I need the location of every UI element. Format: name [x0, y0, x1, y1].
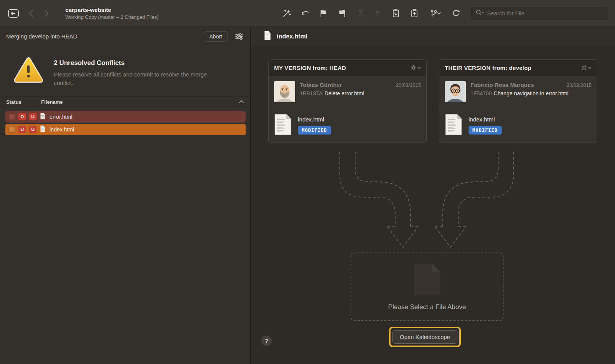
column-divider	[37, 100, 37, 105]
conflict-notice: 2 Unresolved Conflicts Please resolve al…	[0, 46, 250, 96]
clipboard-export-icon[interactable]	[409, 8, 420, 19]
person-icon[interactable]	[356, 8, 366, 19]
magic-wand-icon[interactable]	[281, 8, 292, 19]
app-window: carparts-website Working Copy (master – …	[0, 0, 615, 364]
commit-message: Delete error.html	[324, 90, 364, 96]
arrow-up-icon[interactable]	[374, 8, 382, 19]
conflict-count-title: 2 Unresolved Conflicts	[54, 59, 223, 67]
row-checkbox[interactable]	[8, 113, 15, 120]
their-commit-row[interactable]: Fabricio Rosa Marques 20/02/2015 1F54700…	[439, 76, 597, 108]
commit-date: 20/02/2015	[396, 82, 421, 88]
ghost-file-icon	[413, 263, 441, 298]
file-search-field[interactable]	[471, 7, 608, 20]
commit-author: Fabricio Rosa Marques	[470, 81, 567, 88]
refresh-icon[interactable]	[450, 8, 461, 19]
status-badge-unmerged: U	[29, 113, 37, 120]
their-version-card: THEIR VERSION from: develop	[439, 59, 597, 143]
commit-author: Tobias Günther	[300, 81, 396, 88]
commit-date: 20/02/2015	[567, 82, 592, 88]
file-thumbnail-icon	[274, 113, 292, 137]
stash-apply-icon[interactable]	[337, 8, 347, 19]
column-status[interactable]: Status	[6, 99, 37, 105]
file-list: D U error.html U U index.html	[0, 108, 250, 136]
version-filename: index.html	[469, 116, 502, 123]
commit-hash: 1F54700	[470, 90, 492, 96]
forward-chevron-icon[interactable]	[42, 8, 51, 19]
file-icon	[40, 125, 45, 134]
their-version-header: THEIR VERSION from: develop	[439, 60, 597, 76]
row-checkbox[interactable]	[8, 126, 15, 133]
repo-name: carparts-website	[65, 7, 159, 13]
their-file-block[interactable]: index.html MODIFIED	[439, 108, 597, 143]
working-copy-icon[interactable]	[7, 8, 20, 19]
commit-message: Change navigation in error.html	[494, 90, 568, 96]
help-button[interactable]: ?	[261, 336, 272, 346]
search-input[interactable]	[487, 10, 604, 17]
file-icon	[40, 113, 45, 121]
open-kaleidoscope-button[interactable]: Open Kaleidoscope	[392, 330, 457, 344]
merge-result-dropzone[interactable]: Please Select a File Above	[351, 253, 504, 321]
my-version-title: MY VERSION from: HEAD	[274, 65, 346, 71]
back-chevron-icon[interactable]	[27, 8, 35, 19]
my-version-header: MY VERSION from: HEAD	[269, 60, 426, 76]
avatar	[445, 81, 466, 102]
dropzone-label: Please Select a File Above	[388, 303, 466, 311]
repo-title-block: carparts-website Working Copy (master – …	[65, 7, 159, 20]
filter-sliders-icon[interactable]	[234, 32, 244, 41]
undo-arrow-icon[interactable]	[300, 8, 311, 19]
file-row-name: index.html	[50, 126, 74, 133]
gear-menu-icon[interactable]	[411, 65, 421, 71]
file-icon	[264, 31, 271, 42]
file-table-header: Status Filename	[0, 96, 250, 108]
status-badge-unmerged: U	[29, 126, 37, 133]
my-version-card: MY VERSION from: HEAD	[268, 59, 427, 143]
warning-triangle-icon	[14, 57, 43, 87]
clipboard-import-icon[interactable]	[391, 8, 401, 19]
avatar	[274, 81, 295, 102]
status-badge-unmerged: U	[18, 126, 26, 133]
my-commit-row[interactable]: Tobias Günther 20/02/2015 1BB137ADelete …	[269, 76, 426, 108]
merge-panel: Merging develop into HEAD Abort	[0, 27, 251, 364]
file-row-name: error.html	[50, 114, 72, 120]
stash-icon[interactable]	[318, 8, 329, 19]
merge-header: Merging develop into HEAD Abort	[0, 27, 250, 46]
file-row-index[interactable]: U U index.html	[5, 124, 246, 135]
column-filename[interactable]: Filename	[41, 99, 239, 105]
file-row-error[interactable]: D U error.html	[5, 111, 246, 123]
abort-button[interactable]: Abort	[204, 32, 228, 42]
conflict-detail-panel: index.html MY VERSION from: HEAD	[251, 27, 615, 364]
their-version-title: THEIR VERSION from: develop	[445, 65, 531, 71]
sort-chevron-icon[interactable]	[239, 99, 244, 105]
commit-hash: 1BB137A	[300, 90, 322, 96]
my-file-block[interactable]: index.html MODIFIED	[269, 108, 426, 143]
gitflow-icon[interactable]	[428, 8, 443, 19]
file-thumbnail-icon	[445, 113, 462, 137]
merge-arrows-graphic	[251, 152, 615, 256]
gear-menu-icon[interactable]	[581, 65, 592, 71]
open-kaleidoscope-highlight: Open Kaleidoscope	[389, 327, 461, 347]
conflict-description: Please resolve all conflicts and commit …	[54, 70, 223, 87]
status-badge-deleted: D	[18, 113, 26, 120]
search-icon	[475, 9, 484, 18]
version-filename: index.html	[298, 116, 331, 123]
toolbar: carparts-website Working Copy (master – …	[0, 0, 615, 27]
detail-header: index.html	[251, 27, 615, 46]
detail-file-title: index.html	[277, 33, 308, 40]
merge-title: Merging develop into HEAD	[6, 33, 77, 40]
modified-badge: MODIFIED	[298, 126, 331, 135]
modified-badge: MODIFIED	[469, 126, 502, 135]
repo-subtitle: Working Copy (master – 2 Changed Files)	[65, 14, 159, 20]
